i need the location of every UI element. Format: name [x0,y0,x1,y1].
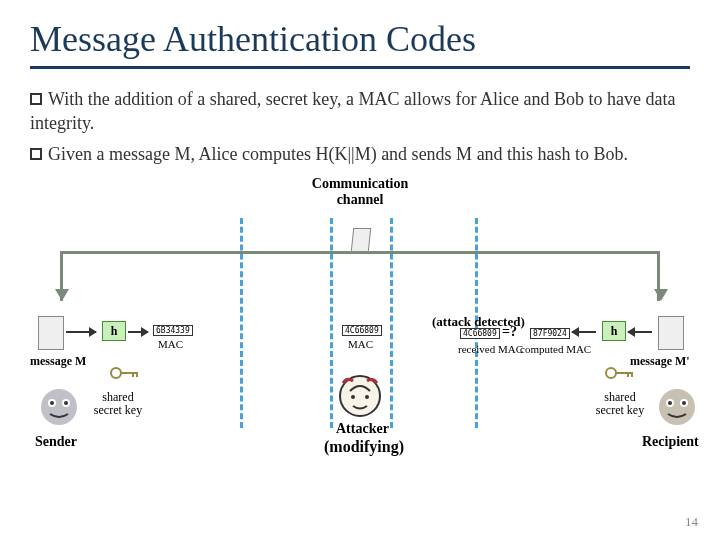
svg-point-11 [365,395,369,399]
bullet-text: Given a message M, Alice computes H(K||M… [48,144,628,164]
arrow-down-icon [654,289,668,301]
message-label: message M' [630,354,690,369]
dashed-divider [240,218,243,428]
arrow-icon [66,331,96,333]
arrow-down-icon [55,289,69,301]
title-underline [30,66,690,69]
svg-point-9 [340,376,380,416]
svg-rect-3 [136,372,138,377]
svg-point-4 [41,389,77,425]
bullet-text: With the addition of a shared, secret ke… [30,89,675,133]
comm-channel-label: Communication channel [290,176,430,208]
dashed-divider [330,218,333,428]
equals-check: =? [502,324,517,340]
svg-point-20 [682,401,686,405]
mac-label: MAC [348,338,373,350]
document-icon [658,316,684,350]
svg-rect-2 [132,372,134,377]
shared-key-label: shared secret key [595,391,645,417]
bullet-item: With the addition of a shared, secret ke… [30,87,690,136]
received-mac-value: 4C66809 [460,328,500,339]
mac-value: 4C66809 [342,325,382,336]
document-icon [351,228,372,252]
sender-avatar-icon [38,386,80,432]
attacker-role: Attacker [336,421,389,437]
recipient-avatar-icon [656,386,698,432]
received-mac-label: received MAC [458,344,523,356]
slide-number: 14 [685,514,698,530]
bullet-list: With the addition of a shared, secret ke… [30,87,690,166]
svg-point-19 [668,401,672,405]
message-label: message M [30,354,86,369]
key-icon [605,366,635,380]
arrow-icon [628,331,652,333]
svg-rect-15 [631,372,633,377]
svg-point-7 [50,401,54,405]
svg-rect-13 [616,372,632,374]
mac-value: 6B34339 [153,325,193,336]
key-icon [110,366,140,380]
computed-mac-value: 87F9024 [530,328,570,339]
bullet-marker-icon [30,93,42,105]
computed-mac-label: computed MAC [520,344,591,356]
shared-key-label: shared secret key [93,391,143,417]
arrow-icon [572,331,596,333]
svg-point-8 [64,401,68,405]
svg-point-10 [351,395,355,399]
bullet-item: Given a message M, Alice computes H(K||M… [30,142,690,166]
attacker-icon [335,371,385,425]
sender-role: Sender [35,434,77,450]
attacker-action: (modifying) [324,438,404,456]
bullet-marker-icon [30,148,42,160]
svg-point-16 [659,389,695,425]
recipient-role: Recipient [642,434,699,450]
channel-arrow [60,251,660,301]
document-icon [38,316,64,350]
slide-title: Message Authentication Codes [30,18,690,60]
mac-label: MAC [158,338,183,350]
svg-rect-14 [627,372,629,377]
svg-point-0 [111,368,121,378]
hash-box: h [602,321,626,341]
mac-diagram: Communication channel h 6B34339 MAC mess… [30,176,690,476]
svg-rect-1 [121,372,137,374]
dashed-divider [390,218,393,428]
svg-point-12 [606,368,616,378]
arrow-icon [128,331,148,333]
hash-box: h [102,321,126,341]
